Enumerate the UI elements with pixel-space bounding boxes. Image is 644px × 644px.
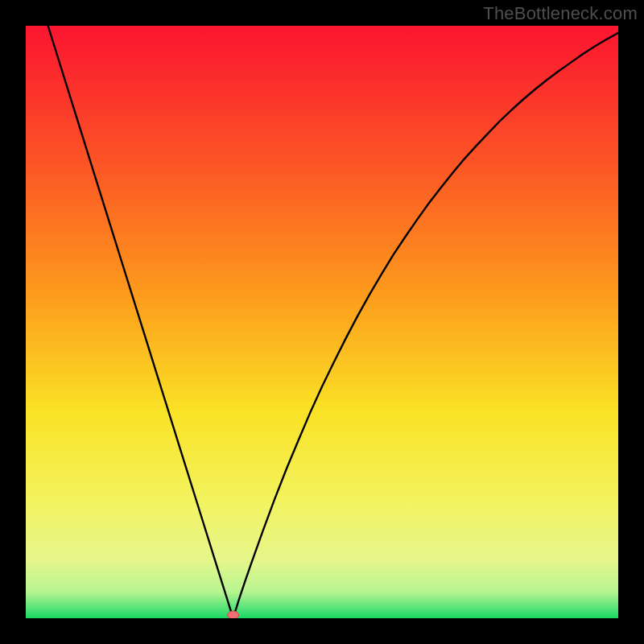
chart-svg <box>26 26 618 618</box>
watermark-label: TheBottleneck.com <box>483 3 638 24</box>
minimum-marker <box>228 611 239 618</box>
gradient-background <box>26 26 618 618</box>
plot-area <box>26 26 618 618</box>
outer-frame: TheBottleneck.com <box>0 0 644 644</box>
